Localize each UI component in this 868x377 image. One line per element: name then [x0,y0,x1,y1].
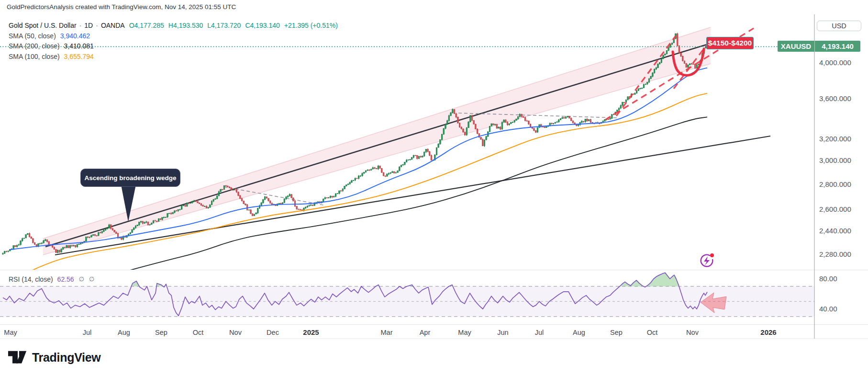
long-term-trendline[interactable] [55,136,770,255]
open-value: O4,177.285 [129,21,164,31]
x-axis-label: Mar [381,329,393,336]
symbol-title: Gold Spot / U.S. Dollar [9,21,77,31]
symbol-row[interactable]: Gold Spot / U.S. Dollar · 1D · OANDA O4,… [9,21,338,31]
x-axis-label: Dec [267,329,279,336]
last-price-badge: XAUUSD 4,193.140 [778,41,860,52]
timeframe[interactable]: 1D [84,21,93,31]
chart-legend: Gold Spot / U.S. Dollar · 1D · OANDA O4,… [9,21,338,62]
main-pane[interactable] [0,27,778,276]
change-value: +21.395 (+0.51%) [284,21,338,31]
x-axis-label: Jun [497,329,508,336]
badge-symbol: XAUUSD [778,41,815,52]
y-axis-label: 3,200.000 [819,135,851,143]
x-axis-label: Aug [118,329,130,336]
y-axis-label: 4,000.000 [819,58,851,67]
x-axis-label: Nov [229,329,242,336]
x-axis-label: Oct [193,329,204,336]
x-axis-label: May [4,329,17,336]
empty-set-icon[interactable]: ∅ [89,275,94,283]
low-value: L4,173.720 [207,21,241,31]
y-axis-label: 2,440.000 [819,227,851,235]
sma50-value: 3,940.462 [60,31,90,42]
time-axis[interactable]: MayJulAugSepOctNovDec2025MarAprMayJunJul… [4,328,776,336]
sma200-value: 3,410.081 [64,41,94,52]
indicator-row-sma200[interactable]: SMA (200, close) 3,410.081 [9,41,338,52]
x-axis-label: Sep [610,329,623,336]
x-axis-label: May [458,329,471,336]
rsi-axis-label: 40.00 [819,305,837,313]
footer-brand[interactable]: TradingView [8,350,101,365]
alert-dot-icon [710,253,714,257]
badge-price: 4,193.140 [815,41,860,52]
separator-dot: · [79,21,82,31]
x-axis-label: Nov [686,329,699,336]
lightning-icon[interactable] [701,253,714,266]
rsi-label: RSI (14, close) [9,275,53,283]
empty-set-icon[interactable]: ∅ [79,275,84,283]
x-axis-label: Aug [573,329,585,336]
y-axis-label: 2,600.000 [819,205,851,213]
price-target-drawing[interactable]: $4150-$4200 [706,37,754,49]
price-axis[interactable]: 4,000.0003,600.0003,200.0003,000.0002,80… [819,58,851,313]
rsi-axis-label: 80.00 [819,274,837,283]
x-axis-label: Jul [83,329,92,336]
y-axis-label: 3,600.000 [819,94,851,103]
indicator-row-sma50[interactable]: SMA (50, close) 3,940.462 [9,31,338,42]
indicator-row-sma100[interactable]: SMA (100, close) 3,655.794 [9,52,338,62]
y-axis-label: 2,280.000 [819,250,851,258]
wedge-callout-drawing[interactable]: Ascending broadening wedge [80,169,180,187]
x-axis-label: Oct [647,329,658,336]
x-axis-label: 2026 [760,328,776,336]
x-axis-label: 2025 [303,328,319,336]
rsi-pane[interactable] [0,273,814,316]
currency-unit-button[interactable]: USD [817,21,861,31]
x-axis-label: Jul [535,329,544,336]
y-axis-label: 2,800.000 [819,180,851,188]
tradingview-chart-screenshot: GoldPredictorsAnalysis created with Trad… [0,0,868,377]
y-axis-label: 3,000.000 [819,156,851,164]
x-axis-label: Apr [420,329,431,336]
sma100-value: 3,655.794 [64,52,94,62]
x-axis-label: Sep [155,329,167,336]
rsi-value: 62.56 [57,275,74,283]
high-value: H4,193.530 [168,21,203,31]
close-value: C4,193.140 [245,21,279,31]
rsi-indicator-row[interactable]: RSI (14, close) 62.56 ∅ ∅ [9,274,94,284]
brand-name: TradingView [32,351,101,365]
tradingview-logo-icon [8,350,28,365]
exchange: OANDA [101,21,125,31]
separator-dot: · [96,21,98,31]
